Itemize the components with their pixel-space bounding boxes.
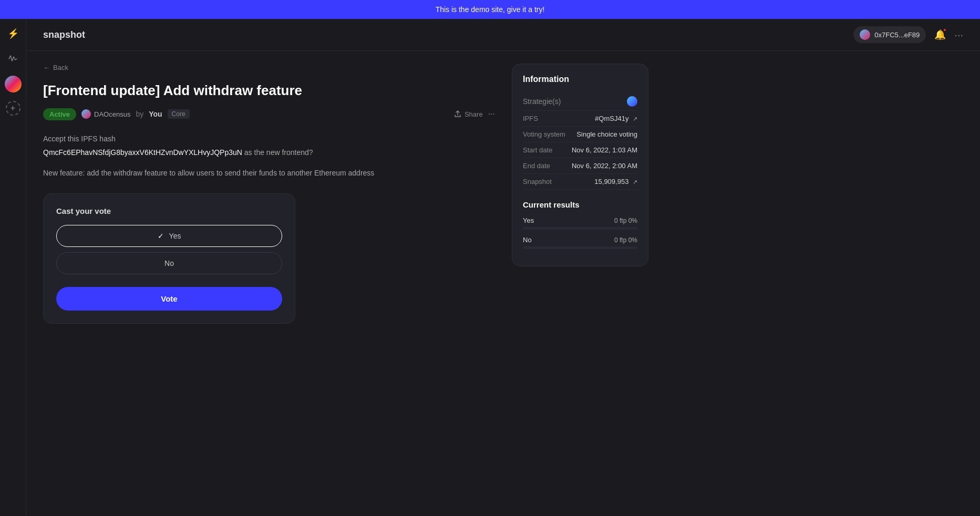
left-column: ← Back [Frontend update] Add withdraw fe… <box>43 64 495 503</box>
demo-banner: This is the demo site, give it a try! <box>0 0 980 19</box>
dao-globe-icon <box>81 109 91 119</box>
result-label-row-no: No 0 ftp 0% <box>523 236 637 244</box>
start-date-label: Start date <box>523 146 552 154</box>
ipfs-row-value[interactable]: #QmSJ41y ↗ <box>595 115 637 122</box>
result-no-bar-track <box>523 246 637 249</box>
content-area: snapshot 0x7FC5...eF89 🔔 ··· ← <box>26 19 980 516</box>
proposal-body: Accept this IPFS hash QmcFc6EPhavNSfdjG8… <box>43 133 495 179</box>
snapshot-label: Snapshot <box>523 178 552 185</box>
snapshot-value[interactable]: 15,909,953 ↗ <box>594 178 637 185</box>
sidebar: ⚡ + <box>0 19 26 516</box>
voting-system-label: Voting system <box>523 130 565 138</box>
back-arrow-icon: ← <box>43 64 50 71</box>
wallet-badge[interactable]: 0x7FC5...eF89 <box>853 26 926 43</box>
ipfs-row-label: IPFS <box>523 115 538 122</box>
result-yes-name: Yes <box>523 216 534 224</box>
sidebar-add-button[interactable]: + <box>6 101 20 116</box>
vote-card: Cast your vote ✓ Yes No Vote <box>43 193 295 324</box>
vote-button[interactable]: Vote <box>56 287 282 311</box>
vote-option-yes[interactable]: ✓ Yes <box>56 225 282 247</box>
status-badge: Active <box>43 108 76 120</box>
information-panel: Information Strategie(s) IPFS #QmSJ41y ↗ <box>512 64 648 266</box>
back-link[interactable]: ← Back <box>43 64 495 71</box>
ipfs-hash-line: QmcFc6EPhavNSfdjG8byaxxV6KtHZvnDwYXLHvyJ… <box>43 147 495 158</box>
results-title: Current results <box>523 200 637 209</box>
share-button[interactable]: Share <box>454 110 483 118</box>
strategy-globe-icon <box>627 96 637 107</box>
banner-text: This is the demo site, give it a try! <box>436 5 545 14</box>
results-section: Current results Yes 0 ftp 0% <box>523 200 637 249</box>
result-yes-bar-track <box>523 227 637 230</box>
ipfs-label: Accept this IPFS hash <box>43 133 495 145</box>
sidebar-icon-activity[interactable] <box>5 50 22 67</box>
info-row-ipfs: IPFS #QmSJ41y ↗ <box>523 111 637 127</box>
share-label: Share <box>465 110 483 118</box>
result-yes-value: 0 ftp 0% <box>614 217 637 224</box>
snapshot-external-link-icon: ↗ <box>633 179 637 185</box>
end-date-label: End date <box>523 162 550 170</box>
result-row-yes: Yes 0 ftp 0% <box>523 216 637 230</box>
author-role: Core <box>168 109 190 119</box>
proposal-more-button[interactable]: ··· <box>488 109 495 119</box>
vote-card-title: Cast your vote <box>56 207 282 215</box>
back-label: Back <box>53 64 68 71</box>
start-date-value: Nov 6, 2022, 1:03 AM <box>572 146 637 154</box>
strategies-label: Strategie(s) <box>523 97 561 106</box>
nav-logo: snapshot <box>43 29 85 40</box>
right-column: Information Strategie(s) IPFS #QmSJ41y ↗ <box>512 64 648 503</box>
check-icon: ✓ <box>158 232 164 240</box>
info-row-voting-system: Voting system Single choice voting <box>523 127 637 142</box>
sidebar-icon-lightning[interactable]: ⚡ <box>5 25 22 42</box>
author-name: You <box>149 110 162 118</box>
info-row-end-date: End date Nov 6, 2022, 2:00 AM <box>523 158 637 174</box>
proposal-meta: Active DAOcensus by You Core Share <box>43 108 495 120</box>
top-nav: snapshot 0x7FC5...eF89 🔔 ··· <box>26 19 980 51</box>
ipfs-external-link-icon: ↗ <box>633 116 637 122</box>
result-no-value: 0 ftp 0% <box>614 236 637 244</box>
result-no-name: No <box>523 236 532 244</box>
notification-dot <box>943 28 947 32</box>
info-row-strategies: Strategie(s) <box>523 92 637 111</box>
info-row-start-date: Start date Nov 6, 2022, 1:03 AM <box>523 142 637 158</box>
wallet-globe-icon <box>860 29 870 40</box>
nav-right: 0x7FC5...eF89 🔔 ··· <box>853 26 963 43</box>
voting-system-value: Single choice voting <box>576 130 637 138</box>
vote-option-yes-label: Yes <box>169 232 181 240</box>
proposal-description: New feature: add the withdraw feature to… <box>43 167 495 179</box>
dao-name: DAOcensus <box>94 110 130 118</box>
vote-option-no[interactable]: No <box>56 252 282 274</box>
page-content: ← Back [Frontend update] Add withdraw fe… <box>26 51 762 516</box>
proposal-title: [Frontend update] Add withdraw feature <box>43 82 495 100</box>
result-row-no: No 0 ftp 0% <box>523 236 637 249</box>
vote-option-no-label: No <box>164 259 174 267</box>
ipfs-suffix: as the new frontend? <box>244 148 313 157</box>
end-date-value: Nov 6, 2022, 2:00 AM <box>572 162 637 170</box>
ipfs-hash: QmcFc6EPhavNSfdjG8byaxxV6KtHZvnDwYXLHvyJ… <box>43 148 242 157</box>
result-label-row-yes: Yes 0 ftp 0% <box>523 216 637 224</box>
info-row-snapshot: Snapshot 15,909,953 ↗ <box>523 174 637 190</box>
more-menu-button[interactable]: ··· <box>954 29 963 41</box>
wallet-address: 0x7FC5...eF89 <box>874 31 920 39</box>
bell-button[interactable]: 🔔 <box>934 29 946 40</box>
sidebar-avatar[interactable] <box>5 76 22 92</box>
by-label: by <box>136 110 143 118</box>
info-panel-title: Information <box>523 75 637 84</box>
dao-info: DAOcensus <box>81 109 130 119</box>
